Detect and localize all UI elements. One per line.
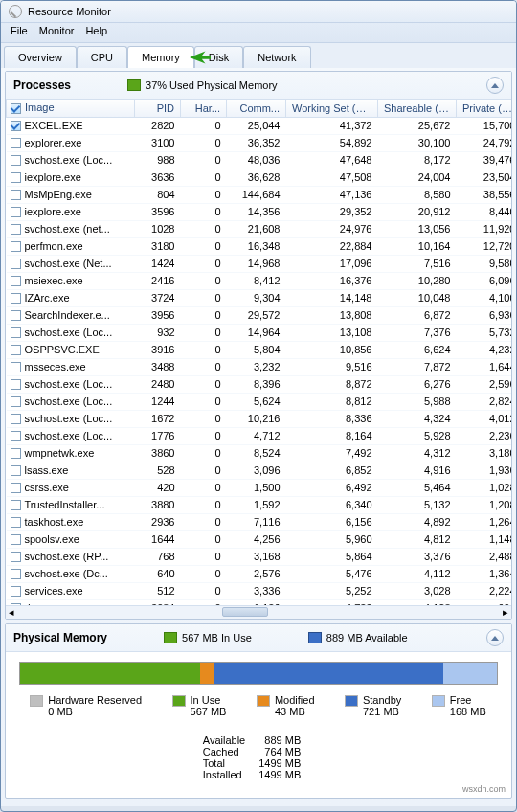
physmem-header[interactable]: Physical Memory 567 MB In Use 889 MB Ava… [6,624,511,652]
menu-file[interactable]: File [11,25,28,36]
table-row[interactable]: svchost.exe (Loc...177604,7128,1645,9282… [7,427,512,444]
row-checkbox[interactable] [11,379,21,390]
tab-overview[interactable]: Overview [4,46,77,68]
row-checkbox[interactable] [11,603,21,605]
table-row[interactable]: svchost.exe (Loc...248008,3968,8726,2762… [7,375,512,393]
scroll-left-icon[interactable]: ◂ [6,607,17,619]
column-header[interactable]: Image [7,100,135,117]
row-checkbox[interactable] [11,138,21,148]
cell-value: 1,500 [227,479,286,496]
row-checkbox[interactable] [11,207,21,217]
cell-value: 24,004 [378,169,457,186]
table-row[interactable]: iexplore.exe3636036,62847,50824,00423,50… [7,169,512,186]
row-checkbox[interactable] [11,569,21,579]
table-row[interactable]: SearchIndexer.e...3956029,57213,8086,872… [7,306,512,324]
table-row[interactable]: msseces.exe348803,2329,5167,8721,644 [7,358,512,375]
cell-value: 4,100 [457,289,512,306]
tab-network[interactable]: Network [243,46,310,68]
table-row[interactable]: svchost.exe (net...1028021,60824,97613,0… [7,220,512,237]
row-checkbox[interactable] [11,552,21,562]
horizontal-scrollbar[interactable]: ◂ ▸ [6,605,511,619]
row-checkbox[interactable] [11,517,21,528]
cell-value: 640 [135,565,181,582]
legend-swatch-icon [346,696,357,706]
processes-header[interactable]: Processes 37% Used Physical Memory [6,72,511,100]
row-checkbox[interactable] [11,483,21,493]
table-row[interactable]: spoolsv.exe164404,2565,9604,8121,148 [7,530,512,548]
table-row[interactable]: EXCEL.EXE2820025,04441,37225,67215,700 [7,117,512,134]
row-checkbox[interactable] [11,310,21,321]
row-checkbox[interactable] [11,396,21,407]
row-checkbox[interactable] [11,534,21,545]
table-row[interactable]: svchost.exe (Loc...124405,6248,8125,9882… [7,393,512,410]
table-row[interactable]: msiexec.exe241608,41216,37610,2806,096 [7,272,512,289]
cell-value: 512 [135,582,181,599]
row-checkbox[interactable] [11,121,21,131]
row-checkbox[interactable] [11,465,21,476]
table-row[interactable]: TrustedInstaller...388001,5926,3405,1321… [7,496,512,513]
row-checkbox[interactable] [11,431,21,441]
process-name: svchost.exe (Loc... [7,393,135,410]
table-row[interactable]: services.exe51203,3365,2523,0282,224 [7,582,512,599]
table-row[interactable]: iexplore.exe3596014,35629,35220,9128,440 [7,203,512,220]
table-row[interactable]: svchost.exe (Net...1424014,96817,0967,51… [7,255,512,272]
row-checkbox[interactable] [11,172,21,183]
cell-value: 6,872 [378,306,457,324]
select-all-checkbox[interactable] [11,103,21,114]
table-row[interactable]: dwm.exe308401,1364,7324,128604 [7,599,512,605]
cell-value: 13,056 [378,220,457,237]
collapse-physmem-button[interactable] [486,629,504,646]
cell-value: 8,164 [286,427,378,444]
table-row[interactable]: svchost.exe (RP...76803,1685,8643,3762,4… [7,548,512,565]
collapse-processes-button[interactable] [486,77,504,94]
row-checkbox[interactable] [11,362,21,372]
cell-value: 2820 [135,117,181,134]
row-checkbox[interactable] [11,190,21,200]
table-row[interactable]: perfmon.exe3180016,34822,88410,16412,720 [7,237,512,255]
row-checkbox[interactable] [11,414,21,424]
column-header[interactable]: Har... [181,100,227,117]
table-row[interactable]: explorer.exe3100036,35254,89230,10024,79… [7,134,512,151]
row-checkbox[interactable] [11,327,21,338]
row-checkbox[interactable] [11,224,21,235]
row-checkbox[interactable] [11,448,21,459]
column-header[interactable]: Working Set (KB) [286,100,378,117]
table-row[interactable]: taskhost.exe293607,1166,1564,8921,264 [7,513,512,530]
table-row[interactable]: svchost.exe (Dc...64002,5765,4764,1121,3… [7,565,512,582]
app-icon [9,5,22,18]
tab-cpu[interactable]: CPU [77,46,127,68]
row-checkbox[interactable] [11,586,21,597]
table-row[interactable]: csrss.exe42001,5006,4925,4641,028 [7,479,512,496]
table-row[interactable]: svchost.exe (Loc...988048,03647,6488,172… [7,151,512,169]
row-checkbox[interactable] [11,276,21,286]
tab-memory[interactable]: Memory [127,46,194,68]
table-row[interactable]: svchost.exe (Loc...1672010,2168,3364,324… [7,410,512,427]
menu-help[interactable]: Help [85,25,107,36]
row-checkbox[interactable] [11,241,21,252]
cell-value: 1672 [135,410,181,427]
row-checkbox[interactable] [11,155,21,166]
cell-value: 14,964 [227,324,286,341]
table-row[interactable]: svchost.exe (Loc...932014,96413,1087,376… [7,324,512,341]
scroll-right-icon[interactable]: ▸ [500,607,511,619]
row-checkbox[interactable] [11,293,21,304]
column-header[interactable]: Private (KB) [457,100,512,117]
cell-value: 10,280 [378,272,457,289]
column-header[interactable]: PID [135,100,181,117]
row-checkbox[interactable] [11,500,21,510]
table-row[interactable]: OSPPSVC.EXE391605,80410,8566,6244,232 [7,341,512,358]
menu-monitor[interactable]: Monitor [39,25,75,36]
row-checkbox[interactable] [11,259,21,269]
table-row[interactable]: lsass.exe52803,0966,8524,9161,936 [7,462,512,479]
cell-value: 6,624 [378,341,457,358]
table-row[interactable]: MsMpEng.exe8040144,68447,1368,58038,556 [7,186,512,203]
table-row[interactable]: wmpnetwk.exe386008,5247,4924,3123,180 [7,444,512,462]
cell-value: 4,256 [227,530,286,548]
table-row[interactable]: IZArc.exe372409,30414,14810,0484,100 [7,289,512,306]
tab-disk[interactable]: Disk [194,46,243,68]
column-header[interactable]: Shareable (KB) [378,100,457,117]
column-header[interactable]: Comm... [227,100,286,117]
scrollbar-thumb[interactable] [222,607,268,617]
cell-value: 8,580 [378,186,457,203]
row-checkbox[interactable] [11,345,21,355]
